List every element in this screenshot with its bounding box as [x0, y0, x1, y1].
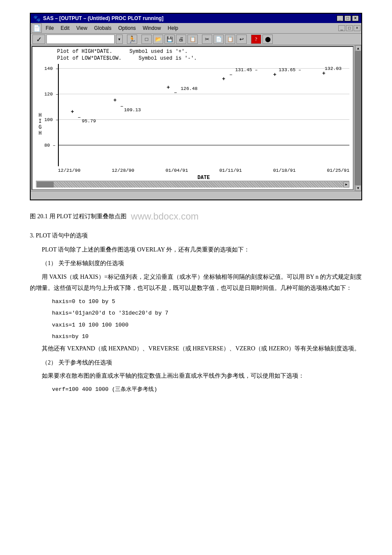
plot-with-ticks: 140 – 120 – 100 – 80 –	[44, 64, 349, 181]
menu-help[interactable]: Help	[165, 24, 182, 32]
paste-button[interactable]: 📋	[225, 35, 235, 44]
ytick-100: 100 –	[44, 117, 58, 122]
symbol-plus-5: +	[273, 72, 277, 78]
copy-button[interactable]: 📄	[213, 35, 224, 44]
scrollbar-v-track	[355, 51, 361, 185]
new-button[interactable]: □	[141, 35, 152, 44]
label-12648: 126.48	[181, 86, 198, 91]
ytick-80: 80 –	[44, 143, 55, 148]
para-1-text: PLOT 语句除了上述的重叠作图选项 OVERLAY 外，还有几类重要的选项如下…	[42, 246, 250, 253]
plot-header: Plot of HIGH*DATE. Symbol used is '+'.	[36, 49, 349, 55]
plot-header2-left: Plot of LOW*DATE$LOW.	[57, 55, 121, 61]
para-3-text: 其他还有 VEXPAND（或 HEXPAND）、VREVERSE（或 HREVE…	[42, 345, 360, 352]
indent-2-1: （2） 关于参考线的任选项	[30, 357, 362, 368]
ytick-line-120	[58, 94, 349, 94]
scroll-up-btn[interactable]: ▲	[355, 45, 361, 51]
x-label-2: 12/28/90	[112, 168, 134, 173]
sas-titlebar: 🐾 SAS – [OUTPUT – (Untitled) PROC PLOT r…	[31, 14, 361, 23]
menubar-right-controls: _ □ ×	[338, 25, 360, 31]
menu-file[interactable]: File	[43, 24, 57, 32]
print2-button[interactable]: 📋	[187, 35, 198, 44]
toolbar-dropdown[interactable]	[46, 35, 115, 44]
watermark: www.bdocx.com	[131, 208, 199, 225]
label-13203: 132.03	[325, 66, 342, 71]
code-1: haxis=0 to 100 by 5	[30, 297, 362, 306]
scroll-down-btn[interactable]: ▼	[355, 185, 361, 191]
print-button[interactable]: 🖨	[176, 35, 186, 44]
code-5: verf=100 400 1000 (三条水平参考线)	[30, 384, 362, 394]
indent-1-1: （1） 关于坐标轴刻度的任选项	[30, 258, 362, 269]
code-2: haxis='01jan20'd to '31dec20'd by 7	[30, 308, 362, 318]
code-1-text: haxis=0 to 100 by 5	[52, 298, 115, 305]
section-heading-text: 3. PLOT 语句中的选项	[30, 232, 88, 239]
scrollbar-vertical[interactable]: ▲ ▼	[355, 45, 361, 191]
y-label-i: I	[38, 119, 41, 124]
check-button[interactable]: ✓	[32, 35, 45, 44]
sas-toolbar: ✓ ▼ 🏃 □ 📂 💾 🖨 📋 ✂ 📄 📋 ↩ ? ⬤	[31, 34, 361, 45]
para-1: PLOT 语句除了上述的重叠作图选项 OVERLAY 外，还有几类重要的选项如下…	[30, 244, 362, 256]
dropdown-arrow[interactable]: ▼	[116, 35, 123, 44]
document-content: 图 20.1 用 PLOT 过程订制重叠散点图 www.bdocx.com 3.…	[30, 208, 362, 394]
stop-button[interactable]: ⬤	[262, 35, 273, 44]
para-4-text: 如果要求在散布图的垂直或水平轴的指定数值上画出垂直或水平线作为参考线，可以使用如…	[42, 373, 304, 379]
label-10913: 109.13	[124, 107, 141, 113]
scrollbar-horizontal[interactable]: ▶	[36, 181, 349, 188]
section-3-heading: 3. PLOT 语句中的选项	[30, 230, 362, 241]
minimize-inner[interactable]: _	[338, 25, 345, 31]
para-2-text: 用 VAXIS（或 HAXIS）=标记值列表，定义沿垂直（或水平）坐标轴相等间隔…	[30, 274, 362, 292]
menu-globals[interactable]: Globals	[91, 24, 115, 32]
titlebar-left: 🐾 SAS – [OUTPUT – (Untitled) PROC PLOT r…	[33, 15, 164, 22]
sas-menubar: 📄 File Edit View Globals Options Window …	[31, 23, 361, 34]
status-bar	[31, 191, 361, 199]
x-label-5: 01/18/91	[273, 168, 296, 173]
para-2: 用 VAXIS（或 HAXIS）=标记值列表，定义沿垂直（或水平）坐标轴相等间隔…	[30, 272, 362, 294]
scrollbar-thumb[interactable]	[37, 182, 54, 188]
para-4: 如果要求在散布图的垂直或水平轴的指定数值上画出垂直或水平线作为参考线，可以使用如…	[30, 370, 362, 382]
plot-header-right: Symbol used is '+'.	[130, 49, 188, 55]
menu-view[interactable]: View	[73, 24, 90, 32]
x-axis-title: DATE	[58, 175, 349, 181]
code-4: haxis=by 10	[30, 332, 362, 341]
y-axis-label: H I G H	[36, 68, 44, 181]
menu-edit[interactable]: Edit	[58, 24, 72, 32]
symbol-minus-3: –	[174, 90, 177, 96]
sas-window: 🐾 SAS – [OUTPUT – (Untitled) PROC PLOT r…	[30, 13, 362, 200]
symbol-plus-1: +	[71, 109, 74, 115]
plot-header2-right: Symbol used is '-'.	[138, 55, 197, 61]
window-controls: _ □ ×	[337, 15, 359, 21]
cut-button[interactable]: ✂	[202, 35, 212, 44]
scroll-right-btn[interactable]: ▶	[343, 182, 349, 188]
x-axis-labels: 12/21/90 12/28/90 01/04/91 01/11/91 01/1…	[58, 168, 349, 173]
indent-1-1-text: （1） 关于坐标轴刻度的任选项	[42, 260, 124, 266]
menu-options[interactable]: Options	[115, 24, 139, 32]
code-4-text: haxis=by 10	[52, 333, 89, 340]
symbol-plus-3: +	[167, 84, 170, 91]
save-button[interactable]: 💾	[164, 35, 175, 44]
symbol-minus-2: –	[120, 103, 124, 110]
x-label-6: 01/25/91	[327, 168, 349, 173]
minimize-button[interactable]: _	[337, 15, 343, 21]
menubar-items: 📄 File Edit View Globals Options Window …	[32, 23, 181, 33]
label-13145: 131.45 –	[235, 67, 258, 72]
ytick-line-100	[58, 119, 349, 120]
run-button[interactable]: 🏃	[127, 35, 137, 44]
close-button[interactable]: ×	[352, 15, 359, 21]
ytick-line-80	[58, 145, 349, 145]
indent-2-1-text: （2） 关于参考线的任选项	[42, 359, 112, 366]
maximize-button[interactable]: □	[344, 15, 351, 21]
symbol-plus-2: +	[113, 97, 117, 104]
undo-button[interactable]: ↩	[236, 35, 247, 44]
figure-caption: 图 20.1 用 PLOT 过程订制重叠散点图 www.bdocx.com	[30, 208, 362, 225]
window-title: SAS – [OUTPUT – (Untitled) PROC PLOT run…	[43, 15, 164, 21]
plot-area-wrapper: H I G H 140 – 120 –	[36, 64, 349, 181]
help-tb-button[interactable]: ?	[251, 35, 261, 44]
y-label-h1: H	[38, 113, 41, 119]
restore-inner[interactable]: □	[346, 25, 353, 31]
symbol-plus-4: +	[222, 76, 225, 82]
menu-window[interactable]: Window	[140, 24, 164, 32]
plot-content: Plot of HIGH*DATE. Symbol used is '+'. P…	[32, 46, 354, 190]
close-inner[interactable]: ×	[354, 25, 360, 31]
x-label-3: 01/04/91	[165, 168, 188, 173]
symbol-minus-1: –	[78, 114, 81, 121]
open-button[interactable]: 📂	[153, 35, 163, 44]
